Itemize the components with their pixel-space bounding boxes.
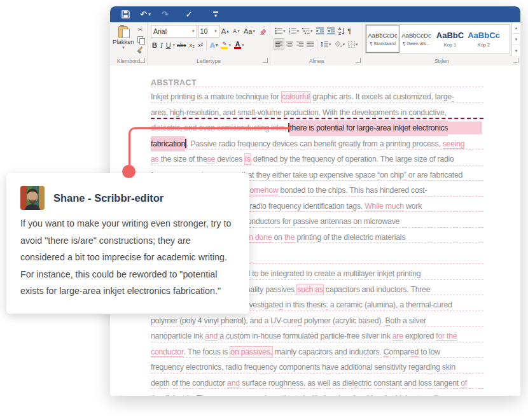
style-card[interactable]: AaBbCKop 1 [433, 25, 467, 53]
change-case-button[interactable]: Aa ▾ [242, 25, 256, 38]
customize-quick-access-button[interactable]: ▾ [208, 8, 223, 21]
dialog-launcher-icon[interactable] [513, 58, 518, 63]
increase-indent-button[interactable] [326, 25, 336, 37]
track-changes-check-button[interactable]: ✓ [181, 8, 197, 21]
ribbon-group-paragraph: ▾ ▾ ▾ [270, 22, 363, 66]
doc-text-segment: on passives, [230, 346, 272, 358]
styles-scroll-down-button[interactable]: ▼ [512, 34, 520, 45]
undo-button[interactable]: ↶ ▾ [136, 8, 155, 21]
redo-button[interactable]: ↷ [157, 8, 172, 21]
grow-font-button[interactable]: A▲ [220, 25, 231, 38]
multilevel-list-button[interactable]: ▾ [301, 25, 314, 37]
borders-grid-icon [348, 41, 355, 48]
style-label: Kop 1 [444, 42, 457, 48]
styles-scroll-up-button[interactable]: ▲ [512, 22, 520, 34]
eraser-icon [258, 28, 267, 35]
chevron-down-icon: ▾ [214, 14, 217, 17]
avatar [20, 186, 45, 210]
style-sample: AaBbCcDc [401, 32, 431, 39]
undo-icon: ↶ [140, 10, 147, 19]
paste-button[interactable]: Plakken ▾ [113, 25, 134, 56]
align-right-icon [296, 41, 303, 48]
style-sample: AaBbCcDc [368, 32, 397, 39]
font-size-select[interactable]: 10 ▾ [198, 25, 219, 38]
clear-formatting-button[interactable] [257, 25, 268, 38]
sort-button[interactable] [337, 25, 346, 37]
avatar-photo-icon [20, 186, 45, 210]
decrease-indent-icon [316, 27, 324, 34]
styles-more-button[interactable]: ▼ [512, 45, 520, 56]
line-spacing-button[interactable]: ▾ [319, 38, 333, 50]
line-spacing-icon [321, 41, 328, 48]
chevron-down-icon: ▾ [148, 11, 151, 17]
chevron-down-icon: ▾ [343, 42, 345, 47]
text-effects-button[interactable]: A ▾ [209, 39, 219, 51]
justify-button[interactable] [305, 38, 315, 50]
format-painter-button[interactable] [135, 45, 146, 55]
align-right-button[interactable] [295, 38, 305, 50]
superscript-button[interactable]: x² [197, 39, 204, 51]
doc-text-segment: of [349, 391, 355, 396]
screenshot-canvas: ↶ ▾ ↷ ✓ ▾ [0, 0, 528, 420]
show-marks-button[interactable]: ¶ [347, 25, 353, 37]
chevron-down-icon: ▾ [297, 29, 300, 34]
dialog-launcher-icon[interactable] [140, 58, 145, 63]
borders-button[interactable]: ▾ [347, 38, 359, 50]
chevron-down-icon: ▾ [242, 43, 244, 48]
numbered-list-icon [289, 27, 296, 34]
chevron-down-icon[interactable]: ▾ [173, 43, 176, 48]
save-button[interactable] [118, 8, 134, 21]
doc-line[interactable]: dielectric, and even semiconducting inks… [151, 120, 482, 136]
ribbon-group-styles: AaBbCcDc¶ StandaardAaBbCcDc¶ Geen afs...… [363, 22, 520, 66]
dialog-launcher-icon[interactable] [356, 58, 361, 63]
multilevel-list-icon [302, 27, 310, 34]
bold-button[interactable]: B [151, 39, 158, 51]
underline-button[interactable]: U [165, 39, 172, 51]
decrease-indent-button[interactable] [315, 25, 325, 37]
comment-anchor-dot [122, 165, 135, 178]
check-icon: ✓ [185, 10, 192, 19]
chevron-down-icon: ▾ [228, 43, 231, 48]
dialog-launcher-icon[interactable] [263, 58, 268, 63]
font-size-value: 10 [200, 27, 208, 35]
style-label: ¶ Geen afs... [403, 41, 430, 46]
doc-line[interactable]: the dielectric. These concerns are inves… [151, 391, 482, 396]
bullet-list-button[interactable]: ▾ [274, 25, 287, 37]
doc-text-segment: such as [296, 284, 324, 295]
style-card[interactable]: AaBbCcDc¶ Geen afs... [399, 25, 433, 53]
italic-button[interactable]: I [159, 39, 164, 51]
font-family-select[interactable]: Arial ▾ [151, 25, 197, 38]
shrink-font-button[interactable]: A▼ [232, 25, 242, 38]
font-color-button[interactable]: A ▾ [233, 39, 246, 51]
align-center-icon [286, 41, 293, 48]
align-left-button[interactable] [274, 38, 284, 50]
text-highlight-button[interactable]: ✎ ▾ [219, 39, 232, 51]
align-center-button[interactable] [285, 38, 295, 50]
numbered-list-button[interactable]: ▾ [288, 25, 301, 37]
comment-author: Shane - Scribbr-editor [53, 192, 163, 204]
style-label: ¶ Standaard [370, 41, 396, 46]
copy-button[interactable] [135, 35, 146, 45]
highlighter-icon: ✎ [221, 41, 228, 49]
style-sample: AaBbCc [468, 31, 500, 40]
style-card[interactable]: AaBbCcDc¶ Standaard [366, 25, 399, 53]
chevron-down-icon: ▾ [283, 29, 286, 34]
styles-gallery: AaBbCcDc¶ StandaardAaBbCcDc¶ Geen afs...… [365, 24, 510, 53]
shading-button[interactable]: ▾ [333, 38, 347, 50]
align-left-icon [275, 41, 282, 48]
font-color-icon: A [234, 41, 241, 49]
strikethrough-button[interactable]: abc [176, 39, 188, 51]
chevron-down-icon: ▾ [253, 29, 255, 34]
doc-text-segment [448, 122, 482, 134]
group-label-clipboard: Klembord [117, 58, 140, 64]
styles-scrollbar: ▲ ▼ ▼ [511, 22, 520, 56]
doc-text-segment: concerns are investigated with the aim [218, 391, 349, 396]
comment-card: Shane - Scribbr-editor If you want to ma… [6, 173, 249, 314]
save-icon [122, 10, 130, 18]
cut-button[interactable]: ✂ [135, 25, 146, 34]
style-card[interactable]: AaBbCcKop 2 [467, 25, 501, 53]
subscript-button[interactable]: x₂ [188, 39, 196, 51]
ribbon-group-clipboard: Plakken ▾ ✂ [110, 22, 148, 66]
chevron-down-icon: ▾ [310, 29, 313, 34]
font-family-value: Arial [153, 27, 167, 35]
